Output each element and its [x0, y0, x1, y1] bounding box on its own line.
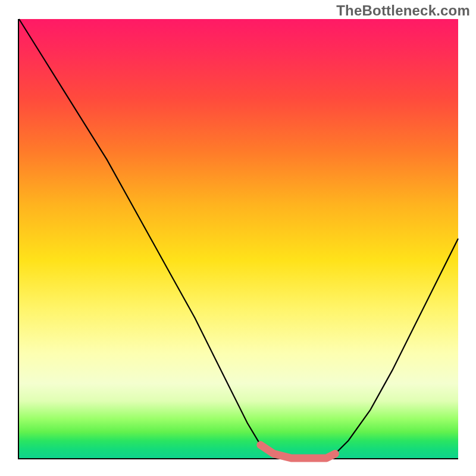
- plot-area: [18, 19, 458, 459]
- curve-layer: [19, 19, 458, 458]
- highlight-segment: [261, 445, 335, 458]
- attribution-text: TheBottleneck.com: [336, 2, 470, 19]
- bottleneck-curve: [19, 19, 458, 458]
- chart-container: TheBottleneck.com: [0, 0, 476, 476]
